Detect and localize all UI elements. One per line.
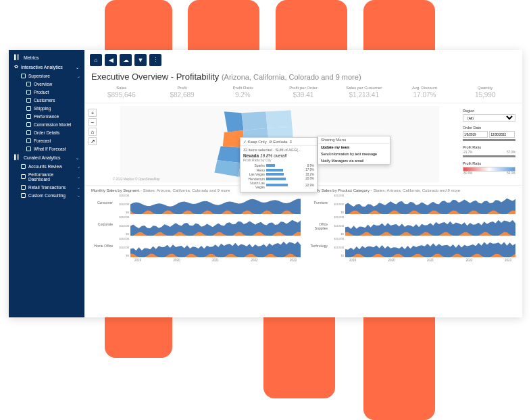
tb-nav-btn[interactable]: ◀ [105, 54, 117, 66]
metric-profit: Profit$82,689 [152, 86, 213, 99]
sidebar-item-overview[interactable]: Overview [9, 80, 84, 88]
date-from-input[interactable] [463, 131, 488, 138]
chart-row-corporate: Corporate$20,000$10,000$0 [91, 215, 301, 236]
chart-area[interactable] [345, 237, 515, 257]
svg-marker-13 [130, 199, 301, 214]
sidebar-metrics[interactable]: ▌▎ Metrics [9, 53, 84, 62]
city-name: North Las Vegas [243, 181, 266, 189]
reset-btn[interactable]: ⌂ [88, 128, 97, 136]
xaxis-tick: 2020 [173, 259, 180, 262]
metrics-row: Sales$895,646Profit$82,689Profit Ratio9.… [84, 84, 522, 103]
metric-label: Sales per Customer [334, 86, 395, 90]
doc-icon [21, 164, 26, 169]
metric-sales-per-customer: Sales per Customer$1,213.41 [334, 86, 395, 99]
sidebar-item-customers[interactable]: Customers [9, 96, 84, 104]
sidebar-item-commission-model[interactable]: Commission Model [9, 120, 84, 128]
city-val: 18.2% [305, 173, 314, 176]
sidebar-item-shipping[interactable]: Shipping [9, 104, 84, 112]
tooltip-header: ✓ Keep Only ⊘ Exclude ≡ [241, 138, 317, 146]
chart-row-label: Consumer [91, 194, 116, 214]
city-row: Sparks8.9% [243, 163, 314, 167]
city-row: Henderson20.8% [243, 177, 314, 181]
svg-marker-5 [218, 147, 243, 163]
sidebar-curated[interactable]: ▌▎ Curated Analytics ⌄ [9, 153, 84, 162]
sidebar-superstore[interactable]: Superstore ⌄ [9, 72, 84, 80]
metric-sales: Sales$895,646 [91, 86, 152, 99]
tooltip-meta: 32 items selected · SUM of AGG(… [243, 148, 314, 152]
xaxis-tick: 2019 [349, 259, 356, 262]
sidebar-interactive-label: Interactive Analytics [21, 65, 63, 70]
pr2-lo: -50.0% [463, 172, 472, 175]
city-bar [266, 164, 275, 167]
svg-marker-19 [345, 199, 515, 214]
sidebar-interactive[interactable]: ✿ Interactive Analytics ⌄ [9, 62, 84, 72]
metric-label: Sales [91, 86, 152, 90]
chart-row-consumer: Consumer$20,000$10,000$0 [91, 194, 301, 214]
tb-filter-btn[interactable]: ▼ [134, 54, 147, 66]
tooltip-val: 19.8% overall [260, 153, 286, 158]
chart-yaxis: $20,000$10,000$0 [116, 194, 130, 214]
sidebar-item-label: What If Forecast [34, 147, 66, 151]
exclude-btn[interactable]: ⊘ Exclude [269, 139, 288, 144]
sidebar-item-product[interactable]: Product [9, 88, 84, 96]
date-slider[interactable] [463, 139, 515, 141]
doc-icon [26, 98, 31, 103]
sidebar-item-what-if-forecast[interactable]: What If Forecast [9, 145, 84, 153]
left-chart-sub: - States: Arizona, California, Colorado … [141, 188, 230, 192]
xaxis-tick: 2020 [388, 259, 395, 262]
more-icon[interactable]: ≡ [290, 140, 293, 144]
right-chart-sub: - States: Arizona, California, Colorado … [371, 188, 460, 192]
doc-icon [26, 122, 31, 127]
share-item-2[interactable]: Notify Managers via email [318, 157, 390, 164]
date-to-input[interactable] [489, 131, 514, 138]
svg-marker-15 [130, 220, 301, 236]
region-select[interactable]: (All) [463, 114, 515, 122]
chart-area[interactable] [130, 194, 301, 214]
svg-marker-17 [130, 242, 301, 257]
profit-ratio-slider[interactable] [463, 155, 515, 157]
metric-label: Quantity [455, 86, 515, 90]
share-item-0[interactable]: Update my team [318, 144, 390, 151]
chevron-down-icon: ⌄ [77, 74, 80, 78]
chart-yaxis: $20,000$10,000$0 [116, 237, 130, 257]
tb-cloud-btn[interactable]: ☁ [120, 54, 132, 66]
chart-area[interactable] [345, 194, 515, 214]
page-title: Executive Overview - Profitability [91, 72, 219, 82]
doc-icon [26, 82, 31, 86]
zoom-in-btn[interactable]: + [88, 109, 97, 117]
chart-area[interactable] [130, 237, 301, 257]
chart-area[interactable] [345, 215, 515, 236]
zoom-out-btn[interactable]: − [88, 118, 97, 126]
chart-area[interactable] [130, 215, 301, 236]
sidebar-curated-accounts-review[interactable]: Accounts Review⌄ [9, 162, 84, 170]
left-chart-title: Monthly Sales by Segment [91, 188, 139, 192]
sidebar-curated-retail-transactions[interactable]: Retail Transactions⌄ [9, 183, 84, 191]
sidebar-item-forecast[interactable]: Forecast [9, 136, 84, 145]
sidebar-curated-custom-consulting[interactable]: Custom Consulting⌄ [9, 191, 84, 199]
city-row: Las Vegas18.2% [243, 172, 314, 176]
chart-row-label: Corporate [91, 215, 116, 236]
sidebar-curated-performance-dashboard[interactable]: Performance Dashboard⌄ [9, 170, 84, 183]
chart-yaxis: $20,000$10,000$0 [116, 215, 130, 236]
sidebar-item-label: Shipping [34, 106, 51, 111]
doc-icon [21, 193, 26, 198]
tb-more-btn[interactable]: ⋮ [149, 54, 161, 66]
chart-row-label: Technology [306, 237, 330, 257]
share-item-1[interactable]: Send information by text message [318, 151, 390, 157]
sidebar-item-label: Retail Transactions [28, 185, 66, 190]
sidebar-item-label: Accounts Review [28, 164, 62, 169]
city-val: 20.8% [305, 177, 314, 180]
sidebar-item-performance[interactable]: Performance [9, 112, 84, 120]
pan-btn[interactable]: ↗ [88, 137, 97, 145]
page-subtitle: (Arizona, California, Colorado and 9 mor… [222, 73, 361, 81]
sidebar-item-label: Overview [34, 82, 52, 86]
sidebar-item-label: Commission Model [34, 122, 71, 127]
city-val: 8.9% [307, 164, 314, 167]
keep-only-btn[interactable]: ✓ Keep Only [243, 139, 267, 144]
tb-home-btn[interactable]: ⌂ [90, 54, 102, 66]
chart-yaxis: $20,000$10,000$0 [330, 237, 345, 257]
profit-ratio-gradient [463, 167, 515, 172]
bar-chart-icon: ▌▎ [14, 55, 21, 60]
left-chart-col: Monthly Sales by Segment - States: Arizo… [88, 188, 303, 316]
sidebar-item-order-details[interactable]: Order Details [9, 128, 84, 136]
